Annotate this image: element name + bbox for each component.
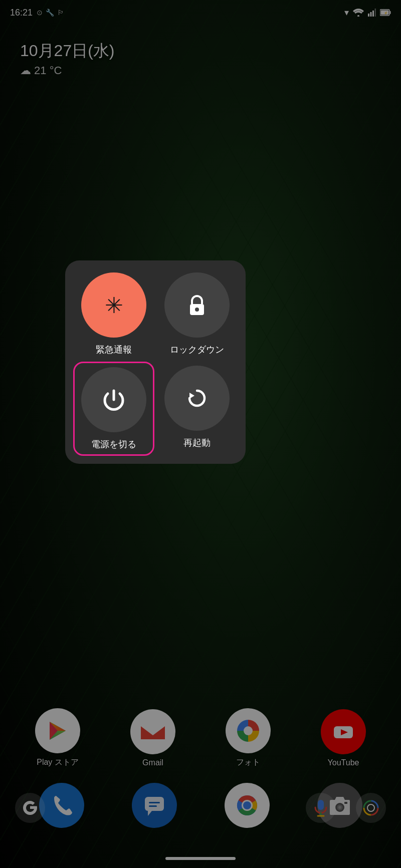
restart-label: 再起動: [183, 437, 211, 449]
lock-icon: [186, 293, 208, 317]
power-off-menu-item[interactable]: 電源を切る: [73, 362, 154, 456]
svg-marker-11: [189, 393, 194, 399]
restart-circle: [164, 366, 230, 431]
svg-point-10: [195, 308, 199, 312]
emergency-icon: ✳: [105, 293, 123, 318]
emergency-menu-item[interactable]: ✳ 緊急通報: [77, 272, 150, 356]
emergency-circle: ✳: [81, 272, 146, 338]
power-off-label: 電源を切る: [91, 438, 136, 450]
lockdown-circle: [164, 272, 230, 338]
power-menu: ✳ 緊急通報 ロックダウン 電源を切る: [65, 260, 246, 464]
lockdown-menu-item[interactable]: ロックダウン: [160, 272, 234, 356]
power-icon: [101, 387, 127, 413]
lockdown-label: ロックダウン: [170, 344, 224, 356]
emergency-label: 緊急通報: [96, 344, 132, 356]
power-circle: [81, 367, 146, 432]
restart-menu-item[interactable]: 再起動: [160, 366, 234, 452]
restart-icon: [184, 386, 210, 411]
